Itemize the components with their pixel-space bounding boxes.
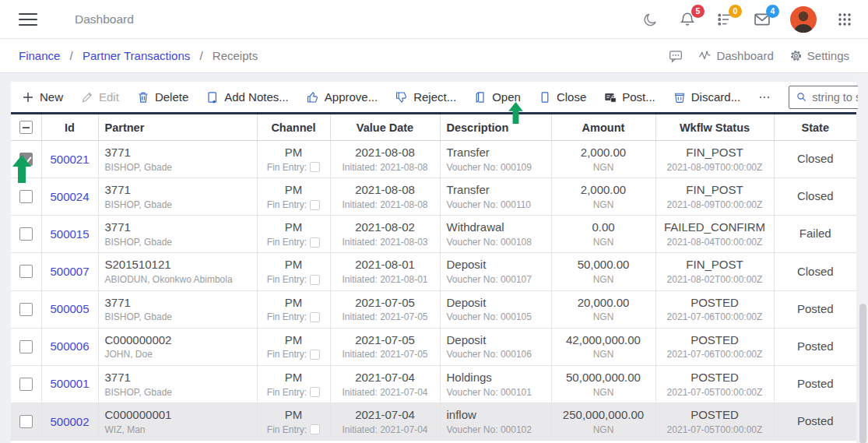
fin-entry-checkbox[interactable]	[310, 237, 320, 248]
toolbar-button-delete[interactable]: Delete	[137, 90, 188, 104]
toolbar-button-label: New	[40, 90, 63, 104]
toolbar-button-discard[interactable]: Discard...	[673, 90, 740, 104]
row-select-cell	[11, 328, 41, 365]
plus-icon	[22, 91, 34, 104]
toolbar: NewEditDeleteAdd Notes...Approve...Rejec…	[11, 82, 856, 114]
voucher-no: Voucher No: 000108	[447, 237, 545, 248]
column-header-partner[interactable]: Partner	[98, 114, 257, 141]
toolbar-buttons: NewEditDeleteAdd Notes...Approve...Rejec…	[22, 90, 789, 104]
column-header-id[interactable]: Id	[41, 114, 98, 141]
table-row: 500024 3771 BISHOP, Gbade PM Fin Entry: …	[11, 178, 856, 216]
partner-name: BISHOP, Gbade	[105, 311, 251, 322]
row-id-link[interactable]: 500024	[50, 190, 89, 203]
initiated-date: Initiated: 2021-07-04	[337, 387, 434, 398]
breadcrumb-partner-transactions[interactable]: Partner Transactions	[83, 49, 190, 62]
row-checkbox[interactable]	[19, 415, 33, 428]
row-checkbox[interactable]	[19, 265, 33, 278]
apps-grid-icon[interactable]	[835, 10, 854, 29]
fin-entry-checkbox[interactable]	[310, 424, 320, 434]
row-checkbox[interactable]	[19, 190, 33, 203]
note-icon	[206, 91, 219, 104]
initiated-date: Initiated: 2021-08-03	[337, 237, 434, 248]
value-date: 2021-07-04	[337, 371, 434, 385]
description: Withdrawal	[447, 220, 545, 235]
toolbar-button-close[interactable]: Close	[539, 90, 586, 104]
fin-entry-label: Fin Entry:	[267, 311, 307, 322]
breadcrumb: Finance / Partner Transactions / Receipt…	[19, 49, 258, 62]
value-date: 2021-07-05	[337, 333, 434, 348]
vertical-scrollbar[interactable]	[858, 74, 868, 443]
row-id-link[interactable]: 500021	[50, 153, 89, 166]
toolbar-button-label: Open	[492, 90, 521, 104]
fin-entry-checkbox[interactable]	[310, 350, 320, 360]
user-avatar[interactable]	[790, 6, 817, 33]
toolbar-button-more[interactable]	[758, 91, 771, 104]
column-header-description[interactable]: Description	[440, 114, 551, 141]
row-id-link[interactable]: 500007	[50, 265, 89, 278]
row-select-cell	[11, 253, 41, 290]
partner-name: BISHOP, Gbade	[105, 162, 251, 173]
row-checkbox[interactable]	[19, 378, 33, 391]
row-id-link[interactable]: 500005	[50, 302, 89, 315]
partner-code: 3771	[105, 183, 251, 198]
amount: 20,000.00	[558, 296, 649, 311]
column-header-value-date[interactable]: Value Date	[330, 114, 440, 141]
toolbar-button-add-notes[interactable]: Add Notes...	[206, 90, 289, 104]
scrollbar-thumb[interactable]	[859, 304, 866, 443]
dashboard-link-label: Dashboard	[716, 49, 773, 62]
toolbar-button-open[interactable]: Open	[474, 90, 521, 104]
thumbs-up-icon	[307, 91, 319, 104]
row-id-link[interactable]: 500006	[50, 339, 89, 353]
row-checkbox[interactable]	[19, 153, 33, 166]
initiated-date: Initiated: 2021-07-05	[337, 311, 434, 322]
channel-value: PM	[264, 333, 324, 348]
fin-entry-checkbox[interactable]	[310, 162, 320, 172]
channel-value: PM	[264, 220, 324, 235]
messages-mail-icon[interactable]: 4	[753, 10, 771, 29]
wkflw-time: 2021-07-05T00:00:00Z	[662, 424, 768, 435]
breadcrumb-finance[interactable]: Finance	[19, 49, 60, 62]
fin-entry-label: Fin Entry:	[267, 162, 307, 173]
toolbar-button-reject[interactable]: Reject...	[395, 90, 456, 104]
toolbar-button-edit: Edit	[81, 90, 119, 104]
column-header-channel[interactable]: Channel	[257, 114, 330, 141]
fin-entry-label: Fin Entry:	[267, 424, 307, 435]
voucher-no: Voucher No: 000101	[447, 387, 545, 398]
toolbar-button-approve[interactable]: Approve...	[307, 90, 378, 104]
row-id-link[interactable]: 500001	[50, 377, 89, 390]
column-header-state[interactable]: State	[774, 114, 856, 141]
column-header-select	[11, 114, 41, 141]
dark-mode-moon-icon[interactable]	[641, 10, 659, 29]
column-header-amount[interactable]: Amount	[551, 114, 655, 141]
row-checkbox[interactable]	[19, 227, 33, 241]
activity-feed-icon[interactable]: 0	[715, 10, 734, 29]
select-all-checkbox[interactable]	[19, 121, 33, 134]
fin-entry-label: Fin Entry:	[267, 237, 307, 248]
row-id-link[interactable]: 500015	[50, 227, 89, 241]
comment-bubble-icon[interactable]	[669, 49, 683, 63]
channel-value: PM	[264, 371, 324, 385]
dashboard-link[interactable]: Dashboard	[698, 49, 773, 62]
toolbar-button-post[interactable]: Post...	[604, 90, 655, 104]
settings-link[interactable]: Settings	[789, 49, 849, 62]
page-title: Dashboard	[75, 12, 134, 26]
toolbar-button-new[interactable]: New	[22, 90, 63, 104]
initiated-date: Initiated: 2021-07-04	[337, 424, 434, 435]
column-header-wkflw-status[interactable]: Wkflw Status	[655, 114, 774, 141]
partner-code: 3771	[105, 296, 251, 311]
partner-name: BISHOP, Gbade	[105, 237, 251, 248]
fin-entry-checkbox[interactable]	[310, 312, 320, 322]
row-checkbox[interactable]	[19, 340, 33, 353]
fin-entry-checkbox[interactable]	[310, 275, 320, 285]
row-checkbox[interactable]	[19, 303, 33, 316]
menu-hamburger-icon[interactable]	[19, 9, 37, 30]
table-header-row: Id Partner Channel Value Date Descriptio…	[11, 114, 856, 141]
currency: NGN	[558, 424, 649, 435]
fin-entry-checkbox[interactable]	[310, 387, 320, 397]
wkflw-status: POSTED	[662, 408, 768, 423]
fin-entry-checkbox[interactable]	[310, 200, 320, 210]
notifications-bell-icon[interactable]: 5	[678, 10, 697, 29]
channel-value: PM	[264, 146, 324, 160]
wkflw-status: FIN_POST	[662, 183, 768, 198]
row-id-link[interactable]: 500002	[50, 415, 89, 428]
